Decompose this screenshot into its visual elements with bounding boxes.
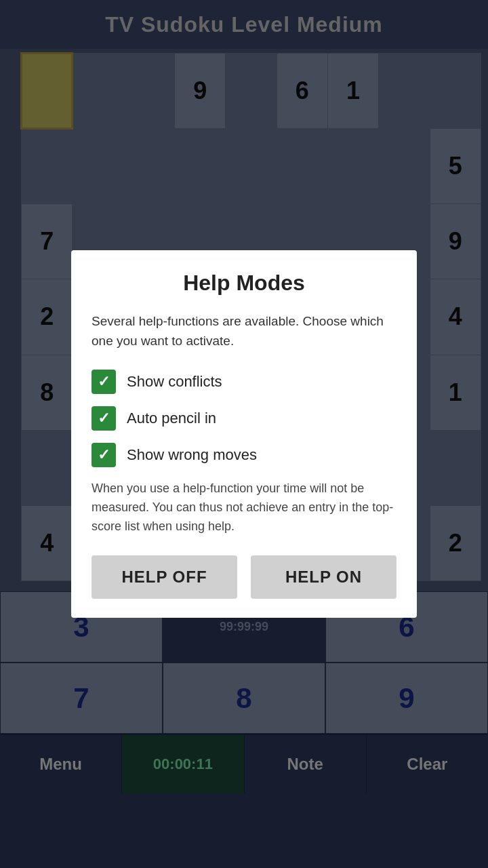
show-wrong-moves-row: ✓ Show wrong moves: [92, 443, 396, 467]
modal-description: Several help-functions are available. Ch…: [92, 312, 396, 351]
help-on-button[interactable]: HELP ON: [251, 555, 396, 599]
modal-warning: When you use a help-function your time w…: [92, 479, 396, 536]
show-conflicts-label: Show conflicts: [127, 373, 222, 391]
auto-pencil-label: Auto pencil in: [127, 410, 216, 427]
checkmark-icon: ✓: [98, 446, 110, 464]
checkmark-icon: ✓: [98, 373, 110, 391]
auto-pencil-row: ✓ Auto pencil in: [92, 406, 396, 431]
checkmark-icon: ✓: [98, 410, 110, 427]
show-wrong-moves-label: Show wrong moves: [127, 446, 257, 464]
show-wrong-moves-checkbox[interactable]: ✓: [92, 443, 116, 467]
show-conflicts-checkbox[interactable]: ✓: [92, 370, 116, 394]
modal-title: Help Modes: [92, 271, 396, 296]
help-modes-dialog: Help Modes Several help-functions are av…: [71, 250, 417, 618]
modal-overlay: Help Modes Several help-functions are av…: [0, 0, 488, 868]
show-conflicts-row: ✓ Show conflicts: [92, 370, 396, 394]
help-off-button[interactable]: HELP OFF: [92, 555, 237, 599]
auto-pencil-checkbox[interactable]: ✓: [92, 406, 116, 431]
modal-buttons: HELP OFF HELP ON: [92, 555, 396, 599]
